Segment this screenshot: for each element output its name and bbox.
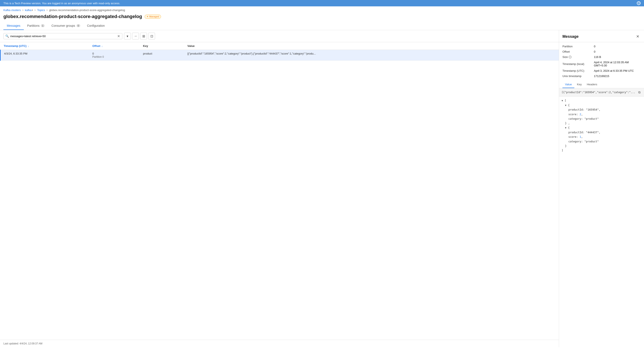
breadcrumb-kafka[interactable]: kafka xyxy=(25,8,32,12)
search-actions: ▾ → ⊞ ⊡ xyxy=(124,33,155,39)
table-container: Timestamp (UTC) ↓ Offset ↓ Key Value xyxy=(0,42,559,340)
json-line: } , xyxy=(562,121,642,125)
breadcrumb-kafka-clusters[interactable]: Kafka clusters xyxy=(4,8,21,12)
value-preview-text: [{"productId":"165954","score":2,"catego… xyxy=(562,91,635,94)
unix-timestamp-label: Unix timestamp xyxy=(562,74,592,78)
banner-text: This is a Tech Preview version. You are … xyxy=(4,2,120,5)
search-input[interactable] xyxy=(10,34,116,38)
size-value: 116 B xyxy=(594,55,640,58)
top-banner: This is a Tech Preview version. You are … xyxy=(0,0,644,6)
collapse-obj1-icon[interactable]: ▼ xyxy=(565,104,566,107)
value-preview-bar: [{"productId":"165954","score":2,"catego… xyxy=(559,88,644,97)
column-toggle-button[interactable]: ⊞ xyxy=(140,33,147,39)
banner-info-icon[interactable]: ⓘ xyxy=(637,1,640,5)
table-header: Timestamp (UTC) ↓ Offset ↓ Key Value xyxy=(0,42,559,50)
collapse-obj2-icon[interactable]: ▼ xyxy=(565,126,566,129)
messages-table: Timestamp (UTC) ↓ Offset ↓ Key Value xyxy=(0,42,559,61)
offset-value: 0 xyxy=(594,50,640,53)
download-button[interactable]: ⊡ xyxy=(148,33,155,39)
search-icon: 🔍 xyxy=(5,34,9,38)
offset-sort-icon: ↓ xyxy=(102,45,103,47)
tab-partitions[interactable]: Partitions 1 xyxy=(24,22,48,30)
value-tab-key[interactable]: Key xyxy=(574,81,584,88)
timestamp-sort-icon: ↓ xyxy=(28,45,29,47)
size-info-icon[interactable]: ⓘ xyxy=(568,56,572,58)
message-panel-title: Message xyxy=(562,34,578,39)
search-bar: 🔍 ✕ ▾ → ⊞ ⊡ xyxy=(0,30,559,42)
message-detail-panel: Message ✕ Partition 0 Offset 0 Size ⓘ 11… xyxy=(559,30,644,347)
star-icon: ✦ xyxy=(146,15,148,18)
ts-local-value: April 4, 2024 at 12:03:35 AM GMT+5:30 xyxy=(594,61,640,67)
messages-panel: 🔍 ✕ ▾ → ⊞ ⊡ Timestamp (UTC) ↓ xyxy=(0,30,559,347)
filter-dropdown-button[interactable]: ▾ xyxy=(124,33,131,39)
json-line: score: 2, xyxy=(562,112,642,116)
size-label: Size ⓘ xyxy=(562,55,592,58)
value-tab-value[interactable]: Value xyxy=(562,81,574,88)
value-tab-headers[interactable]: Headers xyxy=(584,81,600,88)
breadcrumb: Kafka clusters > kafka ▾ > Topics > glob… xyxy=(0,6,644,13)
consumer-groups-badge: 0 xyxy=(76,24,80,27)
message-panel-header: Message ✕ xyxy=(559,30,644,42)
json-viewer: ▼ [ ▼ { productId: "165954", score: 2, c… xyxy=(559,97,644,154)
col-timestamp[interactable]: Timestamp (UTC) ↓ xyxy=(0,42,89,50)
cell-value: [{"productId":"165954","score":2,"catego… xyxy=(184,50,559,61)
col-offset[interactable]: Offset ↓ xyxy=(89,42,140,50)
breadcrumb-sep2: > xyxy=(34,8,36,12)
offset-label: Offset xyxy=(562,50,592,53)
json-line: productId: "165954", xyxy=(562,107,642,112)
cell-offset: 0 Partition 0 xyxy=(89,50,140,61)
page-title-row: globex.recommendation-product-score-aggr… xyxy=(0,13,644,22)
main-content: 🔍 ✕ ▾ → ⊞ ⊡ Timestamp (UTC) ↓ xyxy=(0,30,644,347)
breadcrumb-sep3: > xyxy=(46,8,48,12)
managed-badge: ✦ Managed xyxy=(145,15,161,19)
partitions-badge: 1 xyxy=(41,24,44,27)
json-line: ▼ { xyxy=(562,125,642,130)
json-line: ] xyxy=(562,148,642,153)
value-content: [{"productId":"165954","score":2,"catego… xyxy=(559,88,644,347)
close-message-panel-button[interactable]: ✕ xyxy=(635,33,640,39)
cell-timestamp: 4/3/24, 6:33:35 PM xyxy=(0,50,89,61)
value-tabs: Value Key Headers xyxy=(559,81,644,88)
tabs: Messages Partitions 1 Consumer groups 0 … xyxy=(0,22,644,30)
cell-key: product xyxy=(140,50,184,61)
ts-utc-value: April 3, 2024 at 6:33:35 PM UTC xyxy=(594,69,640,72)
table-body: 4/3/24, 6:33:35 PM 0 Partition 0 product… xyxy=(0,50,559,61)
tab-consumer-groups[interactable]: Consumer groups 0 xyxy=(48,22,84,30)
col-value: Value xyxy=(184,42,559,50)
json-line: ▼ { xyxy=(562,103,642,108)
breadcrumb-topic: globex.recommendation-product-score-aggr… xyxy=(49,8,125,12)
message-fields: Partition 0 Offset 0 Size ⓘ 116 B Timest… xyxy=(559,42,644,80)
last-updated: Last updated: 4/4/24, 12:09:37 AM xyxy=(0,340,559,347)
partition-label: Partition xyxy=(562,45,592,48)
json-line: category: "product" xyxy=(562,139,642,144)
tab-messages[interactable]: Messages xyxy=(4,22,24,30)
json-line: category: "product" xyxy=(562,116,642,121)
kafka-dropdown-arrow[interactable]: ▾ xyxy=(32,9,33,11)
json-line: } xyxy=(562,144,642,148)
breadcrumb-topics[interactable]: Topics xyxy=(37,8,45,12)
copy-value-button[interactable]: ⧉ xyxy=(638,90,642,95)
partition-value: 0 xyxy=(594,45,640,48)
managed-badge-label: Managed xyxy=(149,15,159,18)
json-line: score: 1, xyxy=(562,135,642,139)
ts-local-label: Timestamp (local) xyxy=(562,61,592,67)
search-input-wrapper[interactable]: 🔍 ✕ xyxy=(4,33,122,39)
page-title: globex.recommendation-product-score-aggr… xyxy=(4,14,142,19)
json-line: ▼ [ xyxy=(562,98,642,103)
submit-search-button[interactable]: → xyxy=(132,33,139,39)
unix-timestamp-value: 1712169215 xyxy=(594,74,640,78)
breadcrumb-sep1: > xyxy=(22,8,24,12)
col-key: Key xyxy=(140,42,184,50)
ts-utc-label: Timestamp (UTC) xyxy=(562,69,592,72)
table-row[interactable]: 4/3/24, 6:33:35 PM 0 Partition 0 product… xyxy=(0,50,559,61)
json-line: productId: "444437", xyxy=(562,130,642,135)
collapse-array-icon[interactable]: ▼ xyxy=(562,99,563,102)
clear-search-button[interactable]: ✕ xyxy=(117,34,120,38)
tab-configuration[interactable]: Configuration xyxy=(84,22,108,30)
